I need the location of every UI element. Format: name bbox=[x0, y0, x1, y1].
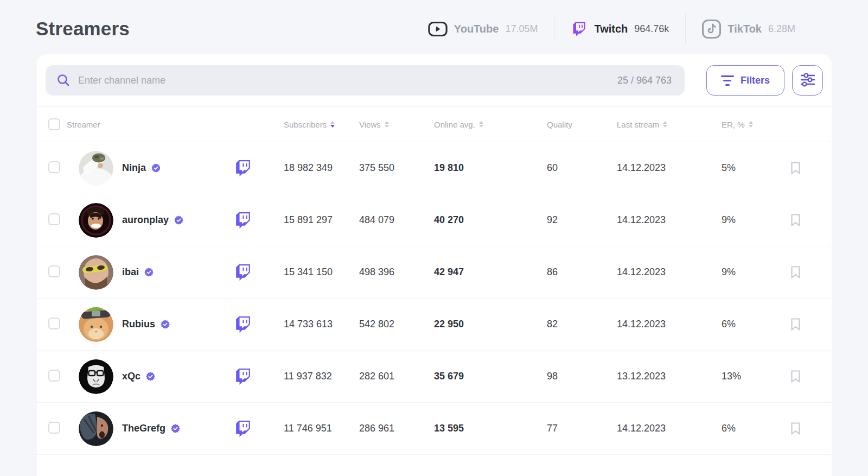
online-avg-value: 22 950 bbox=[429, 319, 542, 330]
verified-badge bbox=[170, 423, 181, 434]
row-checkbox[interactable] bbox=[48, 265, 60, 277]
header-cell-quality: Quality bbox=[542, 120, 612, 129]
quality-value: 92 bbox=[542, 214, 612, 226]
tab-twitch-label: Twitch bbox=[594, 23, 628, 35]
header-cell-views[interactable]: Views bbox=[354, 120, 429, 129]
views-value: 282 601 bbox=[354, 371, 429, 382]
subscribers-value: 11 746 951 bbox=[279, 423, 354, 434]
row-checkbox[interactable] bbox=[48, 213, 60, 225]
bookmark-icon[interactable] bbox=[790, 318, 801, 331]
sort-icon bbox=[663, 121, 667, 128]
streamer-name[interactable]: xQc bbox=[122, 371, 141, 382]
header-cell-online-avg[interactable]: Online avg. bbox=[429, 120, 542, 129]
er-value: 9% bbox=[717, 214, 771, 226]
twitch-icon bbox=[233, 211, 253, 230]
column-settings-button[interactable] bbox=[792, 65, 823, 96]
table-row: ibai 15 341 150 498 396 42 947 86 14.12.… bbox=[37, 246, 832, 299]
tiktok-icon bbox=[702, 20, 721, 39]
er-value: 13% bbox=[717, 371, 771, 382]
column-label: Last stream bbox=[617, 120, 659, 129]
table-row: auronplay 15 891 297 484 079 40 270 92 1… bbox=[37, 194, 832, 246]
table-row: TheGrefg 11 746 951 286 961 13 595 77 14… bbox=[37, 403, 832, 455]
er-value: 9% bbox=[717, 266, 771, 278]
subscribers-value: 14 733 613 bbox=[279, 319, 354, 330]
row-checkbox-cell bbox=[48, 422, 79, 436]
row-checkbox[interactable] bbox=[48, 161, 60, 173]
topbar: Streamers YouTube 17.05M Twitch 964.76k … bbox=[0, 0, 868, 54]
column-label: Online avg. bbox=[434, 120, 475, 129]
tab-youtube-count: 17.05M bbox=[505, 23, 538, 35]
tab-tiktok-count: 6.28M bbox=[768, 23, 795, 35]
online-avg-value: 40 270 bbox=[429, 214, 542, 226]
page: Streamers YouTube 17.05M Twitch 964.76k … bbox=[0, 0, 868, 476]
search-box[interactable]: 25 / 964 763 bbox=[46, 65, 685, 96]
streamer-name[interactable]: Rubius bbox=[122, 319, 155, 330]
row-checkbox[interactable] bbox=[48, 422, 60, 434]
bookmark-icon[interactable] bbox=[790, 213, 801, 227]
youtube-icon bbox=[428, 22, 448, 36]
streamer-name[interactable]: auronplay bbox=[122, 214, 169, 226]
streamer-name[interactable]: ibai bbox=[122, 266, 139, 278]
filter-icon bbox=[721, 75, 734, 86]
select-all-checkbox[interactable] bbox=[48, 118, 60, 130]
row-checkbox[interactable] bbox=[48, 370, 60, 382]
subscribers-value: 11 937 832 bbox=[279, 371, 354, 382]
filters-label: Filters bbox=[741, 75, 770, 86]
verified-badge bbox=[151, 163, 161, 173]
views-value: 498 396 bbox=[354, 266, 429, 278]
quality-value: 98 bbox=[542, 371, 612, 382]
online-avg-value: 13 595 bbox=[429, 423, 542, 434]
search-icon bbox=[56, 73, 71, 87]
last-stream-value: 13.12.2023 bbox=[612, 371, 717, 382]
streamer-name[interactable]: TheGrefg bbox=[122, 423, 165, 434]
er-value: 5% bbox=[717, 162, 771, 174]
sort-icon bbox=[479, 121, 483, 128]
bookmark-icon[interactable] bbox=[790, 370, 801, 383]
last-stream-value: 14.12.2023 bbox=[612, 162, 717, 174]
tab-youtube[interactable]: YouTube 17.05M bbox=[412, 16, 554, 42]
tab-youtube-label: YouTube bbox=[454, 23, 499, 35]
twitch-icon bbox=[233, 263, 253, 282]
xqc-avatar bbox=[79, 359, 113, 394]
streamer-name[interactable]: Ninja bbox=[122, 162, 146, 174]
subscribers-value: 15 891 297 bbox=[279, 214, 354, 226]
views-value: 484 079 bbox=[354, 214, 429, 226]
search-row: 25 / 964 763 Filters bbox=[37, 54, 832, 107]
row-checkbox[interactable] bbox=[48, 318, 60, 329]
sort-icon bbox=[385, 121, 389, 128]
streamers-card: 25 / 964 763 Filters bbox=[37, 54, 832, 476]
online-avg-value: 42 947 bbox=[429, 266, 542, 278]
thegrefg-avatar bbox=[79, 411, 113, 446]
tab-twitch[interactable]: Twitch 964.76k bbox=[554, 15, 685, 43]
header-cell-er[interactable]: ER, % bbox=[717, 120, 771, 129]
header-cell-subscribers[interactable]: Subscribers bbox=[279, 120, 354, 129]
row-checkbox-cell bbox=[48, 265, 79, 280]
bookmark-icon[interactable] bbox=[790, 265, 801, 279]
twitch-icon bbox=[233, 158, 253, 178]
platform-tabs: YouTube 17.05M Twitch 964.76k TikTok 6.2… bbox=[412, 14, 812, 44]
quality-value: 86 bbox=[542, 266, 612, 278]
subscribers-value: 18 982 349 bbox=[279, 162, 354, 174]
row-checkbox-cell bbox=[48, 213, 79, 227]
sort-icon bbox=[749, 121, 753, 128]
auronplay-avatar bbox=[79, 203, 113, 238]
last-stream-value: 14.12.2023 bbox=[612, 266, 717, 278]
quality-value: 82 bbox=[542, 319, 612, 330]
last-stream-value: 14.12.2023 bbox=[612, 214, 717, 226]
search-input[interactable] bbox=[78, 75, 617, 86]
online-avg-value: 19 810 bbox=[429, 162, 542, 174]
header-cell-last-stream[interactable]: Last stream bbox=[612, 120, 717, 129]
table-row: Ninja 18 982 349 375 550 19 810 60 14.12… bbox=[37, 142, 832, 194]
column-label: Subscribers bbox=[284, 120, 327, 129]
verified-badge bbox=[174, 215, 184, 225]
column-label: Views bbox=[359, 120, 381, 129]
twitch-icon bbox=[233, 367, 253, 386]
online-avg-value: 35 679 bbox=[429, 371, 542, 382]
tab-tiktok[interactable]: TikTok 6.28M bbox=[685, 14, 812, 44]
twitch-icon bbox=[571, 21, 588, 37]
filters-button[interactable]: Filters bbox=[706, 65, 784, 96]
bookmark-icon[interactable] bbox=[790, 422, 801, 435]
last-stream-value: 14.12.2023 bbox=[612, 319, 717, 330]
bookmark-icon[interactable] bbox=[790, 161, 801, 175]
header-cell-streamer: Streamer bbox=[48, 118, 227, 130]
